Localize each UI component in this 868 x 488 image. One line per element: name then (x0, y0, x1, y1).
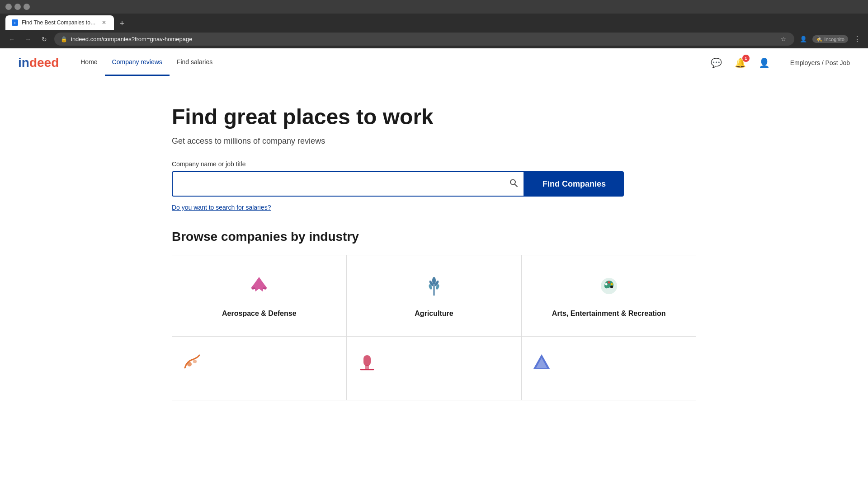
svg-point-11 (610, 283, 613, 286)
address-actions: ☆ (779, 35, 788, 43)
industry4-icon (181, 352, 203, 376)
hero-section: Find great places to work Get access to … (172, 104, 696, 211)
browser-tab[interactable]: i Find The Best Companies to W... ✕ (5, 15, 114, 30)
industry-card-agriculture[interactable]: Agriculture (347, 255, 521, 336)
profile-button[interactable]: 👤 (798, 35, 809, 43)
svg-point-10 (608, 282, 610, 284)
maximize-button[interactable] (14, 4, 21, 10)
profile-icon: 👤 (800, 36, 807, 42)
browser-menu-button[interactable]: ⋮ (852, 33, 863, 45)
industry-card-6[interactable] (522, 337, 696, 400)
close-button[interactable] (24, 4, 30, 10)
svg-line-1 (514, 184, 517, 187)
svg-point-3 (432, 277, 436, 284)
svg-point-12 (610, 286, 613, 288)
find-companies-button[interactable]: Find Companies (524, 171, 624, 197)
tab-favicon: i (12, 19, 18, 26)
nav-find-salaries[interactable]: Find salaries (170, 49, 220, 76)
industry-name-agriculture: Agriculture (415, 310, 453, 318)
notification-badge: 1 (742, 55, 750, 62)
hero-subtitle: Get access to millions of company review… (172, 136, 696, 146)
main-content: Find great places to work Get access to … (154, 77, 714, 418)
search-icon (509, 178, 518, 190)
bookmark-button[interactable]: ☆ (779, 35, 788, 43)
main-nav: Home Company reviews Find salaries (73, 49, 708, 76)
tab-close-button[interactable]: ✕ (100, 19, 108, 26)
industry-card-arts[interactable]: Arts, Entertainment & Recreation (522, 255, 696, 336)
nav-company-reviews[interactable]: Company reviews (105, 49, 170, 76)
industry-grid: Aerospace & Defense Agriculture (172, 255, 696, 400)
window-controls (5, 4, 30, 10)
industry5-icon (356, 352, 378, 376)
logo[interactable]: indeed (18, 56, 59, 70)
logo-text: indeed (18, 56, 59, 70)
svg-point-9 (605, 283, 607, 286)
messages-button[interactable]: 💬 (709, 56, 724, 70)
industry-name-arts: Arts, Entertainment & Recreation (552, 310, 666, 318)
tab-bar: i Find The Best Companies to W... ✕ + (0, 14, 868, 30)
reload-button[interactable]: ↻ (38, 33, 51, 46)
url-text: indeed.com/companies?from=gnav-homepage (71, 36, 775, 42)
arts-icon (596, 273, 622, 302)
header-actions: 💬 🔔 1 👤 Employers / Post Job (709, 56, 850, 70)
address-bar[interactable]: 🔒 indeed.com/companies?from=gnav-homepag… (54, 33, 794, 46)
search-row: Find Companies (172, 171, 624, 197)
aerospace-icon (246, 273, 272, 302)
industry-name-aerospace: Aerospace & Defense (222, 310, 297, 318)
lock-icon: 🔒 (61, 36, 67, 42)
hero-title: Find great places to work (172, 104, 696, 129)
company-search-input[interactable] (173, 172, 524, 196)
site-header: indeed Home Company reviews Find salarie… (0, 48, 868, 77)
svg-point-13 (187, 362, 192, 366)
tab-title: Find The Best Companies to W... (22, 19, 97, 26)
minimize-button[interactable] (5, 4, 12, 10)
svg-point-14 (193, 360, 197, 363)
industry-card-4[interactable] (172, 337, 346, 400)
industry-card-5[interactable] (347, 337, 521, 400)
forward-button[interactable]: → (22, 33, 34, 46)
search-input-wrapper (172, 171, 524, 197)
messages-icon: 💬 (711, 57, 722, 68)
user-profile-button[interactable]: 👤 (757, 56, 772, 70)
browser-titlebar (0, 0, 868, 14)
new-tab-button[interactable]: + (116, 17, 128, 30)
industry-card-aerospace[interactable]: Aerospace & Defense (172, 255, 346, 336)
address-bar-row: ← → ↻ 🔒 indeed.com/companies?from=gnav-h… (0, 30, 868, 48)
browse-section: Browse companies by industry Aerospace &… (172, 230, 696, 400)
employers-post-job-link[interactable]: Employers / Post Job (790, 59, 850, 66)
salary-search-link[interactable]: Do you want to search for salaries? (172, 204, 271, 211)
user-icon: 👤 (759, 57, 770, 68)
search-icon-button[interactable] (509, 178, 518, 190)
browse-title: Browse companies by industry (172, 230, 696, 244)
incognito-badge: 🕵 Incognito (812, 35, 848, 43)
svg-rect-16 (365, 365, 369, 370)
search-label: Company name or job title (172, 160, 696, 168)
nav-home[interactable]: Home (73, 49, 104, 76)
svg-rect-15 (363, 355, 371, 366)
header-divider (781, 56, 781, 69)
back-button[interactable]: ← (5, 33, 18, 46)
incognito-icon: 🕵 (816, 36, 822, 42)
industry6-icon (531, 352, 552, 376)
agriculture-icon (421, 273, 447, 302)
browser-chrome: i Find The Best Companies to W... ✕ + ← … (0, 0, 868, 48)
notifications-button[interactable]: 🔔 1 (733, 56, 748, 70)
